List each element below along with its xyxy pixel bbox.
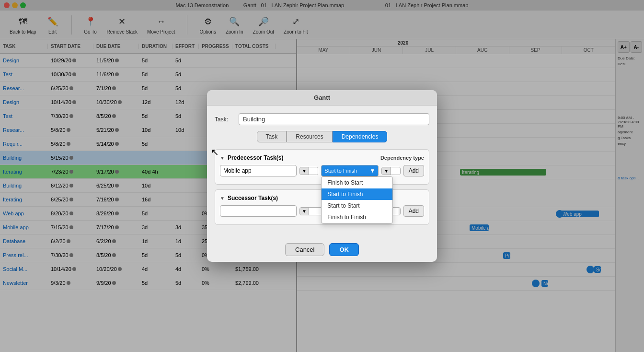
predecessor-triangle: ▼ bbox=[220, 155, 225, 161]
modal-tabs: Task Resources Dependencies bbox=[215, 131, 429, 142]
predecessor-section: ▼ Predecessor Task(s) Dependency type ▼ … bbox=[215, 149, 429, 185]
modal-content: Task: Task Resources Dependencies ▼ Pred… bbox=[207, 106, 437, 237]
stepper-down-3[interactable]: ▼ bbox=[300, 208, 309, 215]
dependency-dropdown[interactable]: Start to Finish ▼ Finish to Start Start … bbox=[321, 165, 379, 176]
modal-task-input[interactable] bbox=[239, 113, 429, 125]
stepper-down-2[interactable]: ▼ bbox=[382, 167, 391, 175]
dependency-dropdown-trigger[interactable]: Start to Finish ▼ bbox=[321, 165, 379, 176]
dropdown-arrow-icon: ▼ bbox=[369, 167, 375, 174]
predecessor-right-stepper: ▼ ▲ bbox=[381, 167, 400, 175]
successor-triangle: ▼ bbox=[220, 196, 225, 201]
predecessor-label: Predecessor Task(s) bbox=[228, 154, 284, 161]
stepper-val-1 bbox=[309, 167, 318, 175]
modal-task-row: Task: bbox=[215, 113, 429, 125]
dependency-dropdown-menu: Finish to Start Start to Finish Start to… bbox=[321, 176, 393, 223]
predecessor-header: ▼ Predecessor Task(s) Dependency type bbox=[220, 154, 424, 161]
successor-add-btn[interactable]: Add bbox=[403, 205, 424, 217]
option-finish-to-finish[interactable]: Finish to Finish bbox=[322, 211, 392, 223]
successor-left-stepper: ▼ ▲ bbox=[299, 207, 324, 215]
predecessor-left-stepper: ▼ ▲ bbox=[299, 167, 318, 175]
stepper-up-4[interactable]: ▲ bbox=[399, 208, 401, 215]
stepper-val-2 bbox=[391, 167, 400, 175]
predecessor-row: ▼ ▲ Start to Finish ▼ Finish to Start St… bbox=[220, 165, 424, 176]
tab-task[interactable]: Task bbox=[257, 131, 287, 142]
cancel-button[interactable]: Cancel bbox=[285, 243, 324, 256]
gantt-modal: Gantt Task: Task Resources Dependencies … bbox=[207, 90, 437, 262]
ok-button[interactable]: OK bbox=[329, 243, 359, 256]
modal-footer: Cancel OK bbox=[207, 237, 437, 262]
option-start-to-finish[interactable]: Start to Finish bbox=[322, 188, 392, 200]
dependency-selected: Start to Finish bbox=[324, 168, 369, 174]
dependency-type-label: Dependency type bbox=[380, 155, 424, 161]
modal-title: Gantt bbox=[207, 90, 437, 106]
predecessor-add-btn[interactable]: Add bbox=[403, 165, 424, 176]
option-finish-to-start[interactable]: Finish to Start bbox=[322, 177, 392, 188]
modal-task-label: Task: bbox=[215, 116, 239, 123]
stepper-down-1[interactable]: ▼ bbox=[300, 167, 309, 175]
modal-overlay: Gantt Task: Task Resources Dependencies … bbox=[0, 0, 644, 352]
tab-resources[interactable]: Resources bbox=[287, 131, 332, 142]
tab-dependencies[interactable]: Dependencies bbox=[333, 131, 388, 142]
predecessor-task-input[interactable] bbox=[220, 165, 297, 176]
successor-label: Successor Task(s) bbox=[228, 195, 278, 201]
successor-task-input[interactable] bbox=[220, 205, 297, 217]
option-start-to-start[interactable]: Start to Start bbox=[322, 200, 392, 211]
